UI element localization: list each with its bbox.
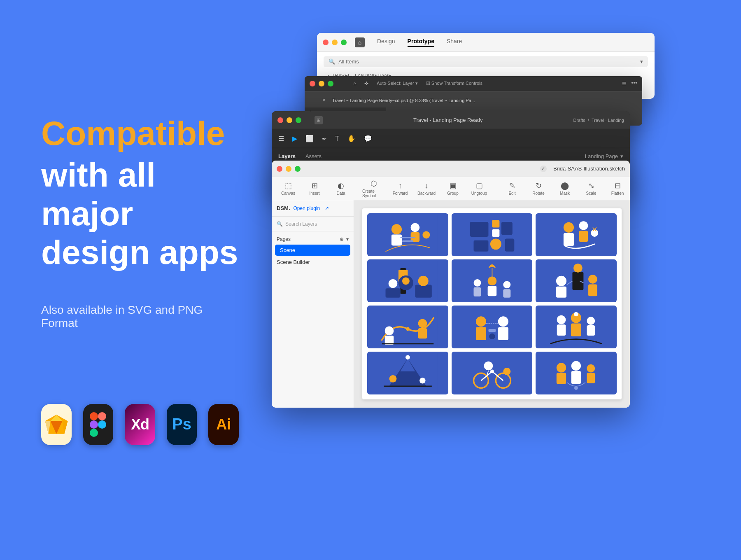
mask-tool[interactable]: ⬤ Mask xyxy=(553,181,576,196)
figma-minimize[interactable] xyxy=(287,117,292,123)
illus-6 xyxy=(536,259,617,302)
sketch-icon xyxy=(41,404,72,445)
svg-rect-7 xyxy=(90,420,98,429)
svg-point-45 xyxy=(473,279,481,287)
svg-rect-16 xyxy=(402,240,413,242)
canvas-tool[interactable]: ⬚ Canvas xyxy=(277,181,300,196)
rotate-icon: ↻ xyxy=(536,181,542,190)
sketch-title: Brida-SAAS-Illustration.sketch xyxy=(553,166,625,172)
photoshop-icon: Ps xyxy=(167,404,197,445)
svg-point-13 xyxy=(411,223,420,232)
open-plugin-button[interactable]: Open plugin xyxy=(294,205,320,211)
figma-breadcrumb-right: Travel - Landing xyxy=(592,118,624,123)
scale-tool[interactable]: ⤡ Scale xyxy=(580,181,603,196)
sketch-window[interactable]: ✓ Brida-SAAS-Illustration.sketch ⬚ Canva… xyxy=(272,161,630,408)
ps-file-title: Travel ~ Landing Page Ready~xd.psd @ 8.3… xyxy=(332,98,637,103)
forward-tool[interactable]: ↑ Forward xyxy=(389,182,412,196)
data-tool[interactable]: ◐ Data xyxy=(329,181,352,196)
tab-prototype[interactable]: Prototype xyxy=(408,38,434,47)
insert-tool[interactable]: ⊞ Insert xyxy=(303,181,326,196)
edit-tool[interactable]: ✎ Edit xyxy=(501,181,524,196)
tab-share[interactable]: Share xyxy=(447,38,462,47)
svg-rect-15 xyxy=(400,236,415,238)
figma-move-tool[interactable]: ▶ xyxy=(292,135,297,142)
svg-rect-53 xyxy=(556,286,566,297)
figma-pen-tool[interactable]: ✒ xyxy=(322,135,327,142)
sketch-toolbar: ⬚ Canvas ⊞ Insert ◐ Data ⬡ Create Symbol… xyxy=(272,177,630,200)
minimize-button[interactable] xyxy=(332,40,338,45)
figma-search-bar[interactable]: 🔍 All Items ▾ xyxy=(324,56,648,67)
svg-rect-5 xyxy=(90,412,98,420)
ps-tab-label: ✕ xyxy=(322,98,326,103)
svg-rect-39 xyxy=(415,285,431,297)
data-icon: ◐ xyxy=(338,181,344,190)
backward-tool[interactable]: ↓ Backward xyxy=(415,182,438,196)
ps-traffic-lights xyxy=(310,81,333,86)
pages-chevron[interactable]: ▾ xyxy=(346,236,349,242)
sketch-maximize[interactable] xyxy=(295,166,301,172)
tab-landing-page[interactable]: Landing Page ▾ xyxy=(585,153,623,159)
svg-point-82 xyxy=(419,378,425,383)
svg-rect-91 xyxy=(557,373,566,384)
ps-more[interactable]: ••• xyxy=(631,79,637,88)
pages-controls: ⊕ ▾ xyxy=(340,236,349,242)
tab-design[interactable]: Design xyxy=(377,38,395,47)
svg-rect-62 xyxy=(462,307,522,348)
page-scene-builder[interactable]: Scene Builder xyxy=(272,257,354,268)
maximize-button[interactable] xyxy=(341,40,347,45)
svg-point-90 xyxy=(557,363,566,372)
figma-logo: ⊞ xyxy=(315,116,323,124)
tab-assets[interactable]: Assets xyxy=(305,153,322,159)
svg-point-47 xyxy=(503,281,510,288)
add-page-btn[interactable]: ⊕ xyxy=(340,236,344,242)
sketch-close[interactable] xyxy=(277,166,282,172)
svg-point-23 xyxy=(490,238,501,250)
illustrator-icon: Ai xyxy=(208,404,239,445)
svg-rect-75 xyxy=(587,325,595,336)
figma-text-tool[interactable]: T xyxy=(335,135,339,142)
ungroup-icon: ▢ xyxy=(476,181,483,190)
figma-close[interactable] xyxy=(277,117,283,123)
svg-point-38 xyxy=(389,279,398,288)
tab-layers[interactable]: Layers xyxy=(278,153,296,159)
ps-close[interactable] xyxy=(310,81,315,86)
svg-rect-44 xyxy=(487,286,496,296)
create-symbol-tool[interactable]: ⬡ Create Symbol xyxy=(362,179,385,198)
compatible-heading: Compatible xyxy=(41,115,239,152)
figma-frame-tool[interactable]: ⬜ xyxy=(305,135,314,142)
figma-hand-tool[interactable]: ✋ xyxy=(347,135,356,142)
svg-point-92 xyxy=(571,361,581,370)
ungroup-tool[interactable]: ▢ Ungroup xyxy=(468,181,491,196)
flatten-tool[interactable]: ⊟ Flatten xyxy=(606,181,629,196)
search-icon: 🔍 xyxy=(277,221,283,227)
ps-tool-move[interactable]: ✛ xyxy=(364,81,368,86)
page-scene[interactable]: Scene xyxy=(275,245,350,256)
ps-show-transform: ☑ Show Transform Controls xyxy=(426,81,482,86)
ps-toolbar: ✕ Travel ~ Landing Page Ready~xd.psd @ 8… xyxy=(305,91,642,109)
svg-point-76 xyxy=(574,312,578,316)
ps-minimize[interactable] xyxy=(319,81,324,86)
close-button[interactable] xyxy=(323,40,329,45)
svg-rect-67 xyxy=(488,329,496,331)
sketch-titlebar: ✓ Brida-SAAS-Illustration.sketch xyxy=(272,161,630,177)
svg-rect-95 xyxy=(587,373,595,383)
svg-point-88 xyxy=(503,368,510,375)
figma-main-toolbar: ☰ ▶ ⬜ ✒ T ✋ 💬 xyxy=(272,129,630,148)
svg-point-64 xyxy=(498,316,508,327)
sketch-minimize[interactable] xyxy=(286,166,291,172)
sketch-search-bar[interactable]: 🔍 Search Layers xyxy=(272,217,354,231)
rotate-tool[interactable]: ↻ Rotate xyxy=(527,181,550,196)
group-tool[interactable]: ▣ Group xyxy=(441,181,464,196)
ps-maximize[interactable] xyxy=(328,81,333,86)
figma-maximize[interactable] xyxy=(296,117,301,123)
sketch-traffic xyxy=(277,166,301,172)
ps-auto-select: Auto-Select: Layer ▾ xyxy=(377,81,418,86)
illus-5 xyxy=(452,259,533,302)
sketch-canvas xyxy=(354,200,630,408)
figma-hamburger[interactable]: ☰ xyxy=(278,135,284,142)
open-plugin-arrow: ↗ xyxy=(325,205,329,211)
ps-align-tools: ≡ xyxy=(622,79,627,88)
svg-point-9 xyxy=(98,420,106,429)
figma-comment-tool[interactable]: 💬 xyxy=(364,135,372,142)
svg-rect-19 xyxy=(470,222,488,237)
